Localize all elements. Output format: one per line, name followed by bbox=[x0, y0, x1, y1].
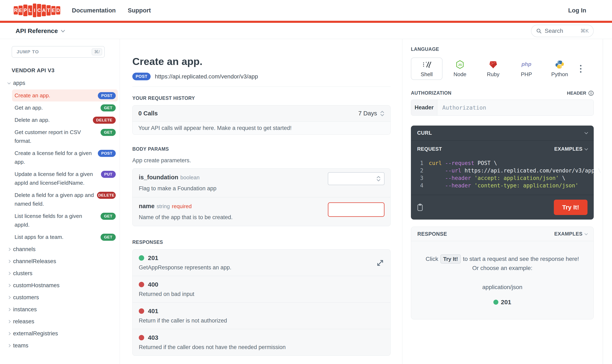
error-dot bbox=[139, 335, 144, 340]
api-reference-dropdown[interactable]: API Reference bbox=[15, 27, 64, 34]
info-icon[interactable] bbox=[588, 91, 594, 96]
header-field-label: Header bbox=[411, 100, 437, 115]
sidebar-item-list-apps[interactable]: List apps for a team. GET bbox=[12, 231, 118, 243]
sidebar-item-update-license-field[interactable]: Update a license field for a given appId… bbox=[12, 168, 118, 189]
sidebar-group-instances[interactable]: instances bbox=[8, 303, 118, 315]
curl-collapse-header[interactable]: CURL bbox=[411, 126, 594, 141]
method-badge-delete: DELETE bbox=[97, 192, 116, 199]
logo-letter: T bbox=[47, 5, 51, 15]
search-placeholder: Search bbox=[545, 28, 563, 34]
body-params-description: App create parameters. bbox=[132, 157, 391, 164]
response-label: RESPONSE bbox=[417, 231, 447, 237]
response-hint: ClickTry It!to start a request and see t… bbox=[420, 254, 585, 273]
nav-link-documentation[interactable]: Documentation bbox=[72, 7, 116, 14]
response-row-201[interactable]: 201 GetAppResponse represents an app. bbox=[133, 249, 390, 276]
search-icon bbox=[536, 28, 542, 34]
sidebar-group-channels[interactable]: channels bbox=[8, 243, 118, 255]
response-empty-state: ClickTry It!to start a request and see t… bbox=[411, 241, 594, 319]
logo-letter: L bbox=[28, 5, 32, 15]
chevron-right-icon bbox=[7, 284, 11, 287]
range-selector[interactable]: 7 Days bbox=[358, 110, 384, 117]
sidebar-group-releases[interactable]: releases bbox=[8, 315, 118, 327]
jump-to-button[interactable]: JUMP TO ⌘/ bbox=[12, 46, 105, 58]
log-in-button[interactable]: Log In bbox=[568, 7, 586, 14]
endpoint-row: POST https://api.replicated.com/vendor/v… bbox=[132, 73, 391, 80]
brand-accent-bar bbox=[0, 21, 612, 23]
sidebar-item-get-customer-report[interactable]: Get customer report in CSV format. GET bbox=[12, 126, 118, 147]
example-content-type: application/json bbox=[420, 283, 585, 292]
shell-icon bbox=[422, 60, 431, 69]
language-option-php[interactable]: php PHP bbox=[511, 57, 542, 80]
try-it-button[interactable]: Try It! bbox=[554, 200, 587, 215]
language-option-node[interactable]: JS Node bbox=[444, 57, 476, 80]
try-it-panel: LANGUAGE Shell bbox=[402, 39, 612, 364]
chevron-right-icon bbox=[7, 320, 11, 323]
python-icon bbox=[555, 60, 564, 69]
logo-letter: E bbox=[18, 6, 23, 15]
api-reference-label: API Reference bbox=[15, 27, 58, 34]
code-line: 3 --header 'accept: application/json' \ bbox=[417, 174, 587, 182]
language-heading: LANGUAGE bbox=[411, 47, 594, 52]
language-option-python[interactable]: Python bbox=[544, 57, 575, 80]
method-badge-post: POST bbox=[98, 150, 116, 157]
logo-letter: A bbox=[42, 5, 46, 16]
sidebar-item-create-license-field[interactable]: Create a license field for a given app. … bbox=[12, 147, 118, 168]
chevron-right-icon bbox=[7, 260, 11, 263]
responses-card: 201 GetAppResponse represents an app. 40… bbox=[132, 249, 391, 356]
code-line: 2 --url https://api.replicated.com/vendo… bbox=[417, 167, 587, 174]
sidebar-item-list-license-fields[interactable]: List license fields for a given appId. G… bbox=[12, 210, 118, 231]
sidebar-item-delete-field[interactable]: Delete a field for a given app and named… bbox=[12, 189, 118, 210]
is-foundation-select[interactable] bbox=[328, 172, 384, 185]
method-badge-put: PUT bbox=[101, 171, 116, 178]
sidebar-item-create-an-app[interactable]: Create an app. POST bbox=[12, 90, 118, 102]
jump-to-label: JUMP TO bbox=[17, 49, 39, 55]
param-required-flag: required bbox=[172, 203, 191, 209]
response-row-403[interactable]: 403 Returned if the caller does not have… bbox=[133, 329, 390, 355]
chevron-right-icon bbox=[7, 332, 11, 335]
method-badge-get: GET bbox=[101, 129, 116, 136]
language-option-shell[interactable]: Shell bbox=[411, 57, 442, 80]
more-languages-button[interactable] bbox=[580, 65, 582, 73]
page-title: Create an app. bbox=[132, 56, 391, 67]
sidebar-group-channelreleases[interactable]: channelReleases bbox=[8, 255, 118, 267]
response-row-401[interactable]: 401 Return if the caller is not authoriz… bbox=[133, 303, 390, 329]
sidebar-group-apps[interactable]: apps bbox=[8, 77, 118, 89]
example-201-link[interactable]: 201 bbox=[420, 298, 585, 307]
logo-letter: C bbox=[37, 4, 41, 17]
php-icon: php bbox=[520, 60, 533, 69]
sidebar-group-clusters[interactable]: clusters bbox=[8, 267, 118, 279]
sidebar-item-delete-an-app[interactable]: Delete an app. DELETE bbox=[12, 114, 118, 126]
chevron-right-icon bbox=[7, 296, 11, 299]
param-row-is-foundation: is_foundationboolean Flag to make a Foun… bbox=[133, 169, 390, 197]
try-it-chip[interactable]: Try It! bbox=[440, 254, 461, 264]
sidebar-group-externalregistries[interactable]: externalRegistries bbox=[8, 327, 118, 339]
response-examples-dropdown[interactable]: EXAMPLES bbox=[554, 231, 587, 237]
sidebar-apps-items: Create an app. POST Get an app. GET Dele… bbox=[12, 90, 118, 243]
sidebar-group-customers[interactable]: customers bbox=[8, 291, 118, 303]
scrollbar-track[interactable] bbox=[603, 39, 603, 364]
sidebar-section-title: VENDOR API V3 bbox=[12, 67, 118, 74]
copy-icon[interactable] bbox=[417, 204, 423, 211]
method-badge-post: POST bbox=[132, 73, 151, 80]
expand-icon[interactable] bbox=[377, 260, 384, 266]
error-dot bbox=[139, 282, 144, 287]
chevron-down-icon bbox=[585, 147, 588, 150]
replicated-logo[interactable]: R E P L I C A T E D bbox=[14, 3, 60, 17]
sidebar-group-teams[interactable]: teams bbox=[8, 339, 118, 351]
nav-link-support[interactable]: Support bbox=[128, 7, 151, 14]
name-param-input[interactable] bbox=[328, 202, 384, 217]
search-input[interactable]: Search ⌘K bbox=[531, 25, 594, 37]
authorization-input[interactable] bbox=[437, 100, 594, 115]
request-examples-dropdown[interactable]: EXAMPLES bbox=[554, 146, 587, 152]
response-row-400[interactable]: 400 Returned on bad input bbox=[133, 276, 390, 303]
language-option-ruby[interactable]: Ruby bbox=[477, 57, 509, 80]
sidebar-group-customhostnames[interactable]: customHostnames bbox=[8, 279, 118, 291]
sidebar-item-get-an-app[interactable]: Get an app. GET bbox=[12, 102, 118, 114]
curl-code-block[interactable]: 1curl --request POST \ 2 --url https://a… bbox=[411, 152, 594, 195]
svg-text:JS: JS bbox=[458, 63, 462, 66]
body-params-heading: BODY PARAMS bbox=[132, 146, 391, 152]
endpoint-url: https://api.replicated.com/vendor/v3/app bbox=[155, 73, 258, 80]
chevron-down-icon bbox=[585, 232, 588, 235]
authorization-type-label: HEADER bbox=[567, 91, 586, 96]
response-header-row: RESPONSE EXAMPLES bbox=[411, 227, 594, 241]
